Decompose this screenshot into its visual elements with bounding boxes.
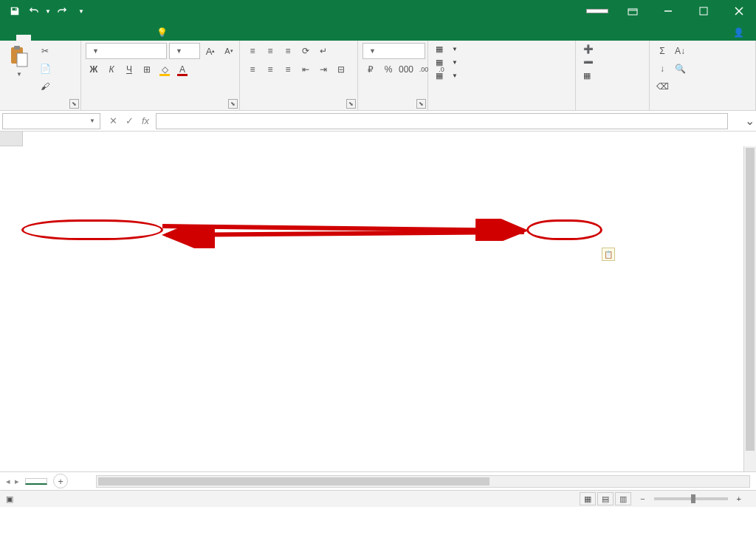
paste-options-icon[interactable]: 📋 [602,248,615,261]
tab-help[interactable] [134,35,149,41]
fx-icon[interactable]: fx [138,114,153,129]
cell-styles-icon: ▦ [436,71,443,81]
format-icon: ▦ [583,71,591,81]
align-left-button[interactable]: ≡ [244,61,261,78]
align-dialog[interactable]: ⬊ [346,99,356,109]
ribbon: ▼ ✂ 📄 🖌 ⬊ ▼ ▼ A▴ A▾ Ж К Ч ⊞ ◇ [0,41,756,111]
svg-line-5 [162,226,524,231]
increase-font-button[interactable]: A▴ [202,43,219,59]
tab-file[interactable] [1,35,16,41]
delete-cells-button[interactable]: ➖ [580,56,601,69]
number-dialog[interactable]: ⬊ [416,99,426,109]
zoom-slider[interactable] [654,497,728,500]
copy-button[interactable]: 📄 [37,61,53,77]
ribbon-options-icon[interactable] [616,0,650,22]
ribbon-tabs: 💡 👤 [0,22,756,41]
decrease-font-button[interactable]: A▾ [221,43,237,59]
sheet-tab[interactable] [25,478,47,485]
align-right-button[interactable]: ≡ [280,61,296,78]
redo-icon[interactable] [53,2,71,20]
decrease-indent-button[interactable]: ⇤ [298,61,314,78]
tab-formulas[interactable] [61,35,75,41]
normal-view-button[interactable]: ▦ [580,492,596,505]
new-sheet-button[interactable]: + [53,474,68,488]
number-format-combo[interactable]: ▼ [362,43,425,59]
enter-formula-icon[interactable]: ✓ [122,114,137,129]
tab-share[interactable]: 👤 [726,24,755,41]
undo-dropdown[interactable]: ▼ [44,2,52,20]
fill-color-button[interactable]: ◇ [157,61,173,78]
tab-developer[interactable] [120,35,134,41]
conditional-formatting-button[interactable]: ▦▼ [433,43,461,55]
underline-button[interactable]: Ч [121,61,137,78]
record-macro-icon[interactable]: ▣ [6,494,13,504]
format-cells-button[interactable]: ▦ [580,69,598,82]
undo-icon[interactable] [25,2,43,20]
annotation-arrow-left [155,226,532,248]
currency-button[interactable]: ₽ [362,61,379,78]
paste-button[interactable]: ▼ [4,43,34,79]
tab-insert[interactable] [31,35,46,41]
align-middle-button[interactable]: ≡ [262,43,278,59]
orientation-button[interactable]: ⟳ [298,43,314,59]
delete-icon: ➖ [583,58,594,67]
page-layout-view-button[interactable]: ▤ [597,492,614,505]
zoom-in-button[interactable]: + [737,494,741,503]
tab-home[interactable] [16,35,31,41]
font-dialog[interactable]: ⬊ [228,99,238,109]
minimize-button[interactable] [651,0,685,22]
font-color-button[interactable]: A [174,61,190,78]
cancel-formula-icon[interactable]: ✕ [106,114,120,129]
format-as-table-button[interactable]: ▦▼ [433,56,461,69]
clear-button[interactable]: ⌫ [654,78,670,95]
signin-button[interactable] [586,9,608,13]
tab-nav-first-icon[interactable]: ◂ [6,477,10,486]
tab-review[interactable] [90,35,105,41]
font-size-combo[interactable]: ▼ [169,43,200,59]
clipboard-dialog[interactable]: ⬊ [69,99,79,109]
annotation-arrow-right [155,219,532,241]
align-bottom-button[interactable]: ≡ [280,43,296,59]
maximize-button[interactable] [687,0,721,22]
horizontal-scrollbar[interactable] [96,475,750,488]
find-select-button[interactable]: 🔍 [672,61,688,77]
table-icon: ▦ [436,58,443,67]
spreadsheet-grid[interactable]: 📋 [0,132,756,471]
select-all-corner[interactable] [0,132,23,146]
insert-cells-button[interactable]: ➕ [580,43,601,55]
align-top-button[interactable]: ≡ [244,43,261,59]
increase-indent-button[interactable]: ⇥ [315,61,331,78]
vertical-scrollbar[interactable] [743,146,756,471]
qat-customize-icon[interactable]: ▼ [72,2,90,20]
titlebar: ▼ ▼ [0,0,756,22]
bold-button[interactable]: Ж [86,61,102,78]
tab-tell-me[interactable]: 💡 [149,24,178,41]
cell-styles-button[interactable]: ▦▼ [433,69,461,82]
italic-button[interactable]: К [103,61,120,78]
tab-page-layout[interactable] [46,35,61,41]
align-center-button[interactable]: ≡ [262,61,278,78]
autosum-button[interactable]: Σ [654,43,670,59]
border-button[interactable]: ⊞ [139,61,155,78]
comma-button[interactable]: 000 [398,61,414,78]
wrap-text-button[interactable]: ↵ [315,43,331,59]
close-button[interactable] [722,0,756,22]
tab-view[interactable] [105,35,120,41]
svg-rect-1 [700,7,707,15]
page-break-view-button[interactable]: ▥ [615,492,631,505]
percent-button[interactable]: % [380,61,396,78]
cut-button[interactable]: ✂ [37,43,53,59]
status-bar: ▣ ▦ ▤ ▥ − + [0,490,756,507]
save-icon[interactable] [6,2,24,20]
expand-formula-bar-icon[interactable]: ⌄ [743,114,756,128]
tab-nav-last-icon[interactable]: ▸ [15,477,19,486]
fill-button[interactable]: ↓ [654,61,670,77]
zoom-out-button[interactable]: − [640,494,645,503]
format-painter-button[interactable]: 🖌 [37,78,53,95]
formula-bar[interactable] [156,113,728,129]
font-name-combo[interactable]: ▼ [86,43,167,59]
merge-button[interactable]: ⊟ [333,61,349,78]
name-box[interactable]: ▼ [2,113,100,129]
sort-filter-button[interactable]: A↓ [672,43,688,59]
tab-data[interactable] [75,35,90,41]
